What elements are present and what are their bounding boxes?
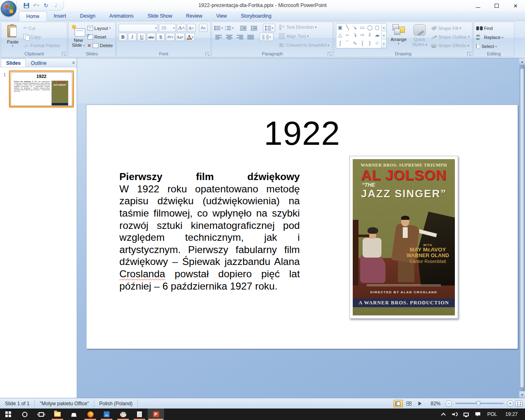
shape-effects-button[interactable]: Shape Effects▾ [430,41,470,50]
select-button[interactable]: Select▾ [475,42,512,51]
zoom-level[interactable]: 82% [431,401,441,406]
close-button[interactable]: ✕ [506,0,525,11]
shape-icon[interactable]: { [361,40,363,46]
shape-icon[interactable]: ↘ [353,25,357,30]
vertical-scrollbar[interactable]: ▴ ▾ [519,58,525,398]
character-spacing-button[interactable]: AV▾ [166,33,175,41]
task-view-button[interactable] [33,409,49,420]
tab-design[interactable]: Design [73,11,102,21]
shape-icon[interactable]: ╲ [346,25,349,30]
shape-fill-button[interactable]: Shape Fill▾ [430,24,470,32]
network-button[interactable] [461,409,472,420]
change-case-button[interactable]: Aa▾ [176,33,185,41]
fit-to-window-button[interactable] [515,400,523,407]
bold-button[interactable]: B [119,33,127,41]
arrange-button[interactable]: Arrange ▾ [388,23,409,50]
font-size-combobox[interactable]: 28▾ [159,24,176,32]
shapes-scroll-down-icon[interactable]: ▾ [381,32,386,40]
delete-button[interactable]: ✕Delete [87,41,114,50]
volume-button[interactable] [450,409,460,420]
paragraph-dialog-launcher[interactable]: ↘ [328,52,332,56]
clear-formatting-button[interactable]: 🗛 [199,24,208,32]
slide-sorter-view-button[interactable] [404,400,414,407]
tab-animations[interactable]: Animations [102,11,140,21]
font-name-combobox[interactable]: ▾ [119,24,158,32]
align-left-button[interactable] [214,33,224,41]
photos-button[interactable] [98,409,115,420]
action-center-button[interactable] [472,409,483,420]
clock[interactable]: 19:27 [501,411,522,417]
jazz-singer-poster-image[interactable]: WARNER BROS. SUPREME TRIUMPH AL JOLSON “… [349,156,458,319]
shape-icon[interactable]: ▭ [360,25,365,30]
shape-icon[interactable]: } [369,40,370,46]
tab-review[interactable]: Review [179,11,209,21]
cortana-button[interactable] [16,409,33,420]
shape-icon[interactable]: ▢ [375,25,379,30]
tab-slide-show[interactable]: Slide Show [141,11,179,21]
text-shadow-button[interactable]: S [156,33,165,41]
language-indicator[interactable]: Polish (Poland) [94,400,138,407]
shapes-scroll-up-icon[interactable]: ▴ [381,23,386,32]
zoom-in-button[interactable]: + [507,400,514,407]
shape-icon[interactable]: ⌒ [345,40,350,47]
strikethrough-button[interactable]: abe [147,33,155,41]
reset-button[interactable]: ↺Reset [87,32,114,41]
zoom-slider[interactable] [455,403,504,404]
shape-icon[interactable]: ⌐ [346,32,349,38]
italic-button[interactable]: I [128,33,137,41]
powerpoint-taskbar-button[interactable] [148,409,164,420]
shape-icon[interactable]: ʃ [340,40,341,46]
panel-close-icon[interactable]: x [73,60,75,65]
shape-icon[interactable]: ∿ [353,40,357,46]
language-tray-indicator[interactable]: POL [484,411,500,417]
grow-font-button[interactable]: A˄ [177,24,186,32]
scrollbar-thumb[interactable] [520,68,524,388]
bullets-button[interactable]: ▾ [214,24,224,32]
align-text-button[interactable]: Align Text▾ [278,32,330,40]
new-slide-button[interactable]: ✹ NewSlide ▾ [70,23,87,50]
tab-insert[interactable]: Insert [47,11,73,21]
clipboard-dialog-launcher[interactable]: ↘ [62,52,66,56]
font-dialog-launcher[interactable]: ↘ [205,52,210,56]
zoom-out-button[interactable]: − [445,400,452,407]
shape-icon[interactable]: ⇩ [368,32,372,38]
shape-icon[interactable]: △ [338,32,342,38]
shape-icon[interactable]: ☆ [375,40,379,46]
shape-icon[interactable]: ↴ [353,32,357,38]
office-button[interactable] [1,1,16,16]
slide-canvas[interactable]: 1922 Pierwszy film dźwiękowy W 1922 roku… [86,105,518,349]
line-spacing-button[interactable]: ▾ [263,24,275,32]
tray-expand-button[interactable] [438,409,449,420]
paste-button[interactable]: Paste ▾ [3,23,23,50]
quick-styles-button[interactable]: QuickStyles ▾ [411,23,429,50]
notepad-button[interactable] [131,409,148,420]
decrease-indent-button[interactable] [238,24,248,32]
maximize-button[interactable] [487,0,506,11]
shape-icon[interactable]: ⇨ [360,32,364,38]
normal-view-button[interactable] [393,400,403,407]
tab-storyboarding[interactable]: Storyboarding [234,11,278,21]
underline-button[interactable]: U [137,33,146,41]
font-color-button[interactable]: A▾ [185,33,195,41]
tab-slides[interactable]: Slides [1,59,26,67]
shape-icon[interactable]: ▣ [338,25,342,30]
shape-outline-button[interactable]: Shape Outline▾ [430,32,470,41]
paint-button[interactable] [115,409,131,420]
tab-home[interactable]: Home [19,11,47,21]
convert-to-smartart-button[interactable]: Convert to SmartArt▾ [278,41,330,49]
slide-editing-area[interactable]: 1922 Pierwszy film dźwiękowy W 1922 roku… [77,58,525,398]
align-right-button[interactable] [235,33,245,41]
scroll-up-icon[interactable]: ▴ [519,58,525,65]
slide-thumbnail[interactable]: 1922 Pierwszy film dźwiękowy W 1922 roku… [9,71,74,107]
replace-button[interactable]: abacReplace▾ [475,33,512,42]
increase-indent-button[interactable] [249,24,259,32]
shape-icon[interactable]: ☁ [375,32,380,38]
firefox-button[interactable] [82,409,98,420]
align-center-button[interactable] [224,33,234,41]
layout-button[interactable]: Layout▾ [87,24,114,32]
file-explorer-button[interactable] [49,409,66,420]
zoom-slider-thumb[interactable] [477,401,480,406]
tab-view[interactable]: View [209,11,234,21]
slide-show-view-button[interactable] [415,400,425,407]
numbering-button[interactable]: 12▾ [224,24,234,32]
